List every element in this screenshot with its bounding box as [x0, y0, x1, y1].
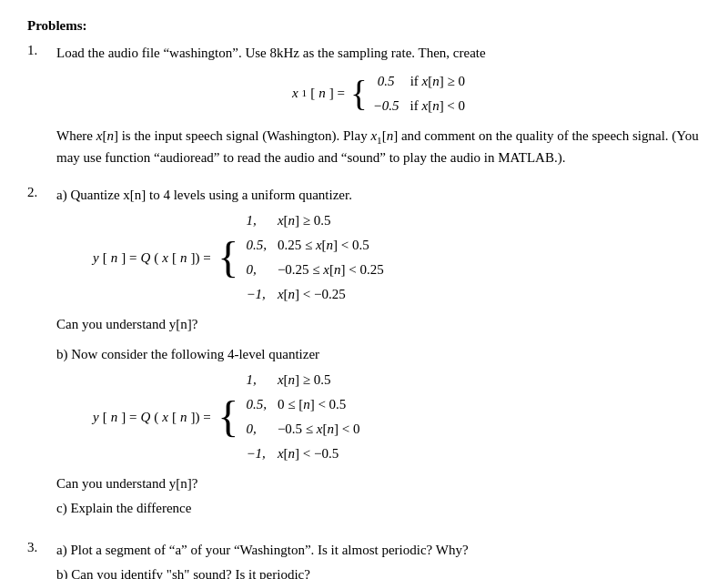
problem-2a-question: Can you understand y[n]?	[56, 314, 701, 335]
problem-1-formula: x1[n] = { 0.5 if x[n] ≥ 0 −0.5 if x[n] <…	[56, 69, 701, 118]
problem-1: 1. Load the audio file “washington”. Use…	[27, 43, 701, 172]
problem-2b-question: Can you understand y[n]?	[56, 473, 701, 494]
problem-2c: c) Explain the difference	[56, 498, 701, 519]
page-container: Problems: 1. Load the audio file “washin…	[27, 18, 701, 579]
problem-2a: a) Quantize x[n] to 4 levels using a uni…	[56, 185, 701, 335]
problem-3-text-a: a) Plot a segment of “a” of your “Washin…	[56, 540, 701, 561]
problem-2b-intro: b) Now consider the following 4-level qu…	[56, 344, 701, 365]
problem-2: 2. a) Quantize x[n] to 4 levels using a …	[27, 185, 701, 528]
problem-3-content: a) Plot a segment of “a” of your “Washin…	[56, 540, 701, 579]
problems-title: Problems:	[27, 18, 701, 34]
problem-3-text-b: b) Can you identify "sh" sound? Is it pe…	[56, 564, 701, 579]
problem-2b: b) Now consider the following 4-level qu…	[56, 344, 701, 519]
problem-1-text: Load the audio file “washington”. Use 8k…	[56, 43, 701, 64]
problem-2-content: a) Quantize x[n] to 4 levels using a uni…	[56, 185, 701, 528]
problem-3: 3. a) Plot a segment of “a” of your “Was…	[27, 540, 701, 579]
problem-2b-formula: y[n] = Q(x[n]) = { 1, x[n] ≥ 0.5 0.5, 0 …	[93, 368, 701, 466]
problem-2a-formula: y[n] = Q(x[n]) = { 1, x[n] ≥ 0.5 0.5, 0.…	[93, 208, 701, 307]
problem-1-text2: Where x[n] is the input speech signal (W…	[56, 126, 701, 168]
problem-2-number: 2.	[27, 185, 56, 528]
problem-3-number: 3.	[27, 540, 56, 579]
problem-1-number: 1.	[27, 43, 56, 172]
problem-1-content: Load the audio file “washington”. Use 8k…	[56, 43, 701, 172]
problem-2a-intro: a) Quantize x[n] to 4 levels using a uni…	[56, 185, 701, 206]
